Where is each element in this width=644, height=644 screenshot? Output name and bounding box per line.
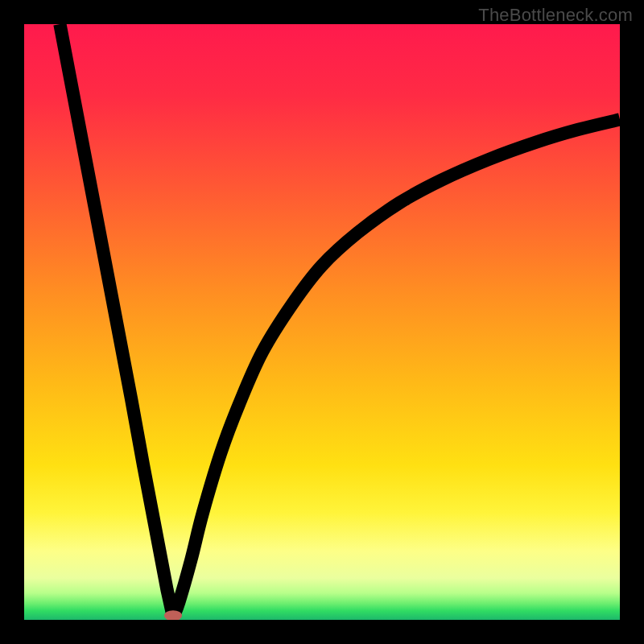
chart-frame: TheBottleneck.com [0, 0, 644, 644]
watermark-text: TheBottleneck.com [478, 5, 633, 26]
plot-area [24, 24, 620, 620]
chart-svg [24, 24, 620, 620]
